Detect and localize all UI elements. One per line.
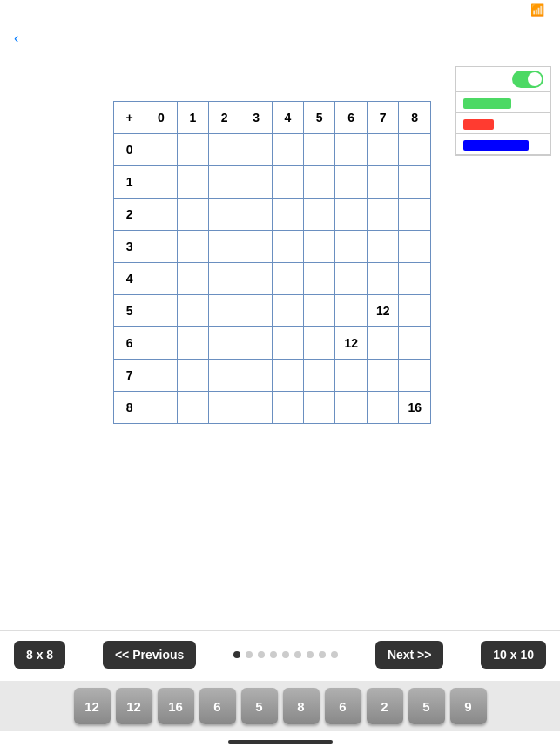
cell-8-9[interactable]: 16 [399,392,431,424]
answer-tile-8[interactable]: 5 [408,688,445,724]
cell-3-3[interactable] [209,231,240,263]
cell-7-7[interactable] [335,360,368,392]
cell-7-2[interactable] [177,360,208,392]
cell-4-8[interactable] [367,263,399,295]
cell-3-6[interactable] [304,231,335,263]
cell-7-4[interactable] [240,360,272,392]
cell-5-7[interactable] [335,295,368,327]
cell-8-1[interactable] [145,392,177,424]
answer-tile-1[interactable]: 12 [116,688,152,724]
grade-toggle[interactable] [512,71,543,88]
cell-7-1[interactable] [145,360,177,392]
cell-3-9[interactable] [399,231,431,263]
page-dot-8[interactable] [331,651,338,658]
cell-1-7[interactable] [335,166,368,199]
page-dot-0[interactable] [233,651,240,658]
answer-tile-2[interactable]: 16 [158,688,194,724]
cell-1-3[interactable] [209,166,240,199]
cell-8-3[interactable] [209,392,240,424]
cell-5-9[interactable] [399,295,431,327]
next-button[interactable]: Next >> [375,641,444,669]
page-dot-3[interactable] [270,651,277,658]
cell-7-5[interactable] [272,360,303,392]
answer-tile-5[interactable]: 8 [283,688,320,724]
cell-0-2[interactable] [177,134,208,166]
cell-7-6[interactable] [304,360,335,392]
cell-5-4[interactable] [240,295,272,327]
cell-8-5[interactable] [272,392,303,424]
back-button[interactable]: ‹ [14,30,22,46]
cell-3-4[interactable] [240,231,272,263]
cell-2-6[interactable] [304,199,335,231]
page-dot-7[interactable] [319,651,326,658]
cell-1-1[interactable] [145,166,177,199]
cell-1-9[interactable] [399,166,431,199]
cell-4-3[interactable] [209,263,240,295]
cell-7-8[interactable] [367,360,399,392]
size-8x8-button[interactable]: 8 x 8 [14,641,65,669]
cell-5-1[interactable] [145,295,177,327]
cell-3-2[interactable] [177,231,208,263]
cell-5-5[interactable] [272,295,303,327]
cell-3-7[interactable] [335,231,368,263]
page-dot-1[interactable] [246,651,253,658]
cell-6-3[interactable] [209,327,240,360]
cell-0-6[interactable] [304,134,335,166]
cell-8-8[interactable] [367,392,399,424]
cell-0-8[interactable] [367,134,399,166]
cell-0-4[interactable] [240,134,272,166]
answer-tile-6[interactable]: 6 [325,688,361,724]
cell-4-6[interactable] [304,263,335,295]
cell-5-3[interactable] [209,295,240,327]
cell-6-1[interactable] [145,327,177,360]
cell-7-9[interactable] [399,360,431,392]
page-dot-4[interactable] [282,651,289,658]
cell-8-4[interactable] [240,392,272,424]
cell-8-6[interactable] [304,392,335,424]
prev-button[interactable]: << Previous [103,641,196,669]
cell-2-1[interactable] [145,199,177,231]
cell-5-2[interactable] [177,295,208,327]
cell-0-1[interactable] [145,134,177,166]
cell-3-8[interactable] [367,231,399,263]
answer-tile-4[interactable]: 5 [241,688,278,724]
cell-5-6[interactable] [304,295,335,327]
cell-2-7[interactable] [335,199,368,231]
cell-3-5[interactable] [272,231,303,263]
cell-4-1[interactable] [145,263,177,295]
answer-tile-9[interactable]: 9 [450,688,487,724]
page-dot-5[interactable] [294,651,301,658]
cell-8-2[interactable] [177,392,208,424]
cell-8-7[interactable] [335,392,368,424]
cell-2-4[interactable] [240,199,272,231]
page-dot-6[interactable] [307,651,314,658]
cell-4-9[interactable] [399,263,431,295]
cell-5-8[interactable]: 12 [367,295,399,327]
answer-tile-7[interactable]: 2 [367,688,403,724]
cell-0-3[interactable] [209,134,240,166]
cell-6-4[interactable] [240,327,272,360]
cell-1-4[interactable] [240,166,272,199]
cell-6-8[interactable] [367,327,399,360]
cell-2-3[interactable] [209,199,240,231]
cell-1-2[interactable] [177,166,208,199]
cell-2-5[interactable] [272,199,303,231]
cell-1-5[interactable] [272,166,303,199]
cell-6-7[interactable]: 12 [335,327,368,360]
answer-tile-0[interactable]: 12 [74,688,111,724]
cell-4-2[interactable] [177,263,208,295]
answer-tile-3[interactable]: 6 [199,688,236,724]
cell-2-8[interactable] [367,199,399,231]
page-dot-2[interactable] [258,651,265,658]
cell-4-4[interactable] [240,263,272,295]
cell-1-6[interactable] [304,166,335,199]
cell-6-5[interactable] [272,327,303,360]
cell-0-9[interactable] [399,134,431,166]
cell-6-9[interactable] [399,327,431,360]
cell-7-3[interactable] [209,360,240,392]
cell-0-7[interactable] [335,134,368,166]
cell-4-7[interactable] [335,263,368,295]
cell-2-9[interactable] [399,199,431,231]
cell-6-6[interactable] [304,327,335,360]
cell-0-5[interactable] [272,134,303,166]
